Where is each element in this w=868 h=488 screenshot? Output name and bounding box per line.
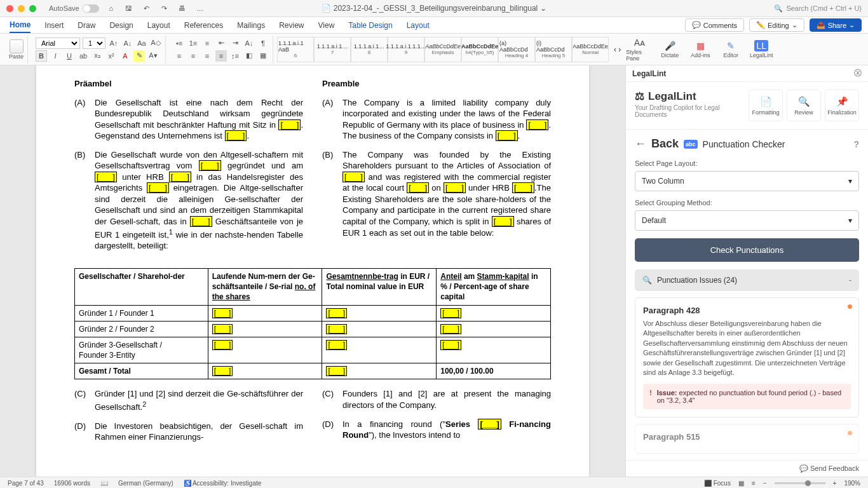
editor-button[interactable]: ✎Editor <box>717 40 744 58</box>
issue-card-515[interactable]: Paragraph 515 <box>635 424 859 454</box>
maximize-window[interactable] <box>29 5 36 12</box>
addins-button[interactable]: ▦Add-ins <box>687 40 714 58</box>
zoom-in-icon[interactable]: + <box>833 480 837 487</box>
comments-button[interactable]: 💬 Comments <box>685 18 744 32</box>
multilevel-icon[interactable]: ≡ <box>201 37 213 49</box>
style-8[interactable]: 1.1.1.a.i.1…8 <box>351 37 388 62</box>
help-icon[interactable]: ? <box>853 139 859 149</box>
document-canvas[interactable]: Präambel (A)Die Gesellschaft ist eine na… <box>0 65 625 477</box>
finalization-button[interactable]: 📌Finalization <box>825 90 859 121</box>
tab-references[interactable]: References <box>184 18 223 32</box>
shading-icon[interactable]: ◧ <box>243 50 255 62</box>
align-left-icon[interactable]: ≡ <box>173 50 185 62</box>
style-6[interactable]: 1.1.1.a.i.1 AaB6 <box>277 37 314 62</box>
editing-button[interactable]: ✏️ Editing ⌄ <box>749 18 804 32</box>
autosave-toggle[interactable] <box>83 4 99 13</box>
dictate-button[interactable]: 🎤Dictate <box>656 40 683 58</box>
view-print-icon[interactable]: ▦ <box>738 480 744 487</box>
subscript-button[interactable]: x₂ <box>92 50 103 62</box>
tab-table-design[interactable]: Table Design <box>348 18 392 32</box>
justify-icon[interactable]: ≡ <box>215 50 227 62</box>
align-right-icon[interactable]: ≡ <box>201 50 213 62</box>
show-marks-icon[interactable]: ¶ <box>257 37 269 49</box>
spellcheck-icon[interactable]: 📖 <box>100 480 108 487</box>
style-heading4[interactable]: (a) AaBbCcDdHeading 4 <box>498 37 535 62</box>
layout-select[interactable]: Two Column▾ <box>635 171 859 191</box>
back-label[interactable]: Back <box>651 137 679 151</box>
home-icon[interactable]: ⌂ <box>105 3 117 14</box>
style-9[interactable]: 1.1.1.a.i.1.1.1…9 <box>388 37 424 62</box>
language-indicator[interactable]: German (Germany) <box>118 480 173 487</box>
indent-inc-icon[interactable]: ⇥ <box>229 37 241 49</box>
borders-icon[interactable]: ▦ <box>257 50 269 62</box>
zoom-slider[interactable] <box>775 482 825 484</box>
back-arrow-icon[interactable]: ← <box>635 137 646 151</box>
sort-icon[interactable]: A↓ <box>243 37 255 49</box>
save-icon[interactable]: 🖫 <box>123 3 135 14</box>
strike-button[interactable]: ab <box>78 50 89 62</box>
text-effects-button[interactable]: A▾ <box>147 50 159 62</box>
styles-pane-button[interactable]: AᴀStyles Pane <box>626 37 653 62</box>
paste-button[interactable]: Paste <box>9 39 24 60</box>
redo-icon[interactable]: ↷ <box>159 3 170 14</box>
indent-dec-icon[interactable]: ⇤ <box>215 37 227 49</box>
share-button[interactable]: 📤 Share ⌄ <box>810 18 862 32</box>
print-icon[interactable]: 🖶 <box>177 3 188 14</box>
undo-icon[interactable]: ↶ <box>141 3 153 14</box>
superscript-button[interactable]: x² <box>105 50 117 62</box>
formatting-button[interactable]: 📄Formatting <box>749 90 783 121</box>
tab-mailings[interactable]: Mailings <box>237 18 265 32</box>
clear-format-icon[interactable]: A◇ <box>150 37 161 49</box>
highlight-button[interactable]: ✎ <box>133 50 145 62</box>
zoom-out-icon[interactable]: − <box>763 480 767 487</box>
zoom-level[interactable]: 190% <box>844 480 860 487</box>
bold-button[interactable]: B <box>36 50 47 62</box>
font-color-button[interactable]: A <box>119 50 131 62</box>
style-h4typo[interactable]: AaBbCcDdEeh4(Typo_h5) <box>461 37 498 62</box>
grouping-select[interactable]: Default▾ <box>635 210 859 231</box>
tab-layout[interactable]: Layout <box>147 18 170 32</box>
more-icon[interactable]: … <box>194 3 206 14</box>
search-box[interactable]: 🔍 Search (Cmd + Ctrl + U) <box>774 4 862 13</box>
style-7[interactable]: 1.1.1.a.i.1…7 <box>314 37 351 62</box>
line-spacing-icon[interactable]: ↕≡ <box>229 50 241 62</box>
document-title[interactable]: 📄 2023-12-04_-_GESSI_3_Beteiligungsverei… <box>322 4 546 13</box>
issues-accordion[interactable]: 🔍 Punctuation Issues (24) - <box>635 269 859 291</box>
page-indicator[interactable]: Page 7 of 43 <box>8 480 44 487</box>
font-size-select[interactable]: 10 <box>83 37 105 49</box>
style-normal[interactable]: AaBbCcDdEeNormal <box>572 37 609 62</box>
style-heading5[interactable]: (i) AaBbCcDdHeading 5 <box>535 37 572 62</box>
tab-view[interactable]: View <box>318 18 335 32</box>
tab-table-layout[interactable]: Layout <box>407 18 430 32</box>
tab-draw[interactable]: Draw <box>78 18 95 32</box>
numbering-icon[interactable]: 1≡ <box>187 37 199 49</box>
italic-button[interactable]: I <box>50 50 61 62</box>
view-web-icon[interactable]: ≡ <box>752 480 756 487</box>
word-count[interactable]: 16906 words <box>54 480 90 487</box>
shrink-font-icon[interactable]: A↓ <box>122 37 133 49</box>
tab-design[interactable]: Design <box>109 18 133 32</box>
grow-font-icon[interactable]: A↑ <box>108 37 119 49</box>
focus-mode[interactable]: ⬛ Focus <box>704 480 731 487</box>
underline-button[interactable]: U <box>64 50 75 62</box>
align-center-icon[interactable]: ≡ <box>187 50 199 62</box>
close-pane-icon[interactable]: ⓧ <box>854 68 862 79</box>
check-punctuation-button[interactable]: Check Punctuations <box>635 238 859 262</box>
legallint-button[interactable]: LLLegalLint <box>748 40 775 58</box>
tab-review[interactable]: Review <box>279 18 304 32</box>
styles-nav[interactable]: ‹ › <box>613 36 622 64</box>
font-family-select[interactable]: Arial <box>36 37 80 49</box>
issue-title: Paragraph 515 <box>643 432 851 442</box>
tab-home[interactable]: Home <box>10 18 31 33</box>
para-d-en: In a financing round ("Series [___] Fi-n… <box>342 419 551 441</box>
accessibility-indicator[interactable]: ♿ Accessibility: Investigate <box>184 480 262 487</box>
issue-card-428[interactable]: Paragraph 428 Vor Abschluss dieser Betei… <box>635 297 859 417</box>
close-window[interactable] <box>6 5 13 12</box>
tab-insert[interactable]: Insert <box>44 18 64 32</box>
review-button[interactable]: 🔍Review <box>787 90 821 121</box>
bullets-icon[interactable]: •≡ <box>173 37 185 49</box>
style-emphasis[interactable]: AaBbCcDdEeEmphasis <box>424 37 461 62</box>
send-feedback-link[interactable]: 💬 Send Feedback <box>626 460 868 477</box>
minimize-window[interactable] <box>18 5 25 12</box>
change-case-icon[interactable]: Aa <box>136 37 147 49</box>
